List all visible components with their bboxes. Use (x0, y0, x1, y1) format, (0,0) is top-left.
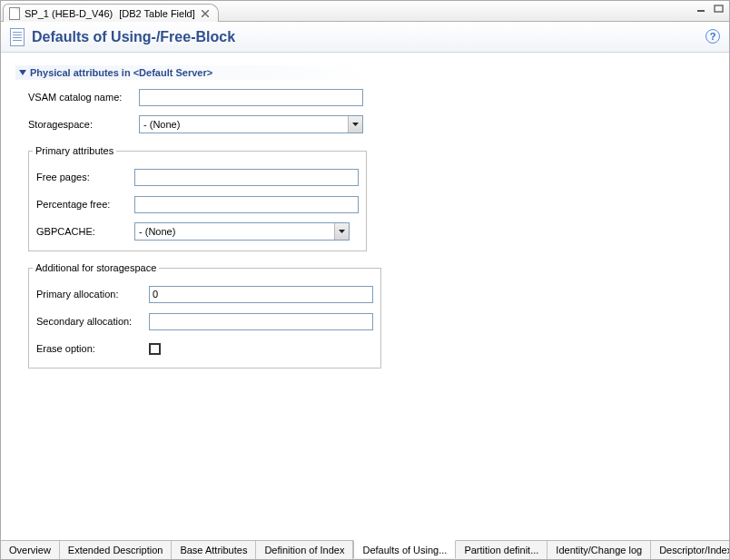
storagespace-value: - (None) (143, 119, 180, 130)
row-erase: Erase option: (36, 339, 373, 359)
tab-extended-description[interactable]: Extended Description (60, 541, 173, 559)
page-title: Defaults of Using-/Free-Block (32, 29, 235, 45)
document-icon (10, 28, 25, 46)
dropdown-icon (334, 223, 349, 240)
view-controls (695, 3, 725, 15)
page-tabs: Overview Extended Description Base Attri… (1, 540, 729, 559)
page-title-bar: Defaults of Using-/Free-Block ? (1, 22, 729, 53)
row-storagespace: Storagespace: - (None) (28, 114, 720, 134)
tab-definition-of-index[interactable]: Definition of Index (256, 541, 353, 559)
tab-descriptor-index[interactable]: Descriptor/Index ... (651, 541, 730, 559)
file-icon (9, 7, 20, 20)
label-percentage-free: Percentage free: (36, 199, 134, 210)
label-gbpcache: GBPCACHE: (36, 226, 134, 237)
row-primary-alloc: Primary allocation: (36, 284, 373, 304)
row-secondary-alloc: Secondary allocation: (36, 311, 373, 331)
group-additional-storagespace: Additional for storagespace Primary allo… (28, 262, 381, 368)
label-primary-alloc: Primary allocation: (36, 289, 149, 300)
gbpcache-select[interactable]: - (None) (134, 222, 350, 241)
percentage-free-input[interactable] (134, 196, 359, 213)
storagespace-select[interactable]: - (None) (139, 115, 363, 133)
vsam-catalog-input[interactable] (139, 89, 363, 106)
gbpcache-value: - (None) (139, 226, 175, 237)
tab-defaults-of-using[interactable]: Defaults of Using... (353, 540, 456, 558)
tab-overview[interactable]: Overview (1, 541, 60, 559)
label-vsam: VSAM catalog name: (28, 92, 139, 103)
free-pages-input[interactable] (134, 169, 359, 186)
label-free-pages: Free pages: (36, 172, 134, 182)
label-erase: Erase option: (36, 343, 149, 354)
content-area: Physical attributes in <Default Server> … (1, 53, 729, 540)
svg-rect-0 (697, 10, 705, 12)
section-title: Physical attributes in <Default Server> (30, 67, 212, 78)
svg-rect-1 (715, 5, 723, 12)
group-primary-attributes: Primary attributes Free pages: Percentag… (28, 145, 367, 251)
tab-identity-change-log[interactable]: Identity/Change log (548, 541, 651, 559)
row-percentage-free: Percentage free: (36, 194, 359, 214)
chevron-down-icon (19, 70, 26, 75)
row-vsam: VSAM catalog name: (28, 87, 720, 107)
primary-allocation-input[interactable] (149, 286, 373, 303)
editor-tab-bar: SP_1 (HEB-D_V46) [DB2 Table Field] (1, 1, 729, 22)
maximize-view-button[interactable] (712, 3, 725, 15)
editor-tab[interactable]: SP_1 (HEB-D_V46) [DB2 Table Field] (3, 4, 219, 22)
close-tab-button[interactable] (200, 8, 211, 19)
dropdown-icon (348, 116, 362, 133)
erase-option-checkbox[interactable] (149, 343, 161, 355)
row-free-pages: Free pages: (36, 167, 359, 187)
section-toggle-physical-attributes[interactable]: Physical attributes in <Default Server> (15, 65, 379, 80)
tab-base-attributes[interactable]: Base Attributes (172, 541, 256, 559)
legend-additional: Additional for storagespace (33, 262, 159, 273)
help-button[interactable]: ? (705, 29, 720, 44)
label-storagespace: Storagespace: (28, 119, 139, 130)
tab-partition-definition[interactable]: Partition definit... (456, 541, 548, 559)
tab-name: SP_1 (HEB-D_V46) (25, 8, 113, 19)
minimize-view-button[interactable] (695, 3, 708, 15)
tab-context: [DB2 Table Field] (119, 8, 195, 19)
label-secondary-alloc: Secondary allocation: (36, 316, 149, 327)
legend-primary: Primary attributes (33, 145, 116, 156)
row-gbpcache: GBPCACHE: - (None) (36, 221, 359, 241)
secondary-allocation-input[interactable] (149, 313, 373, 330)
